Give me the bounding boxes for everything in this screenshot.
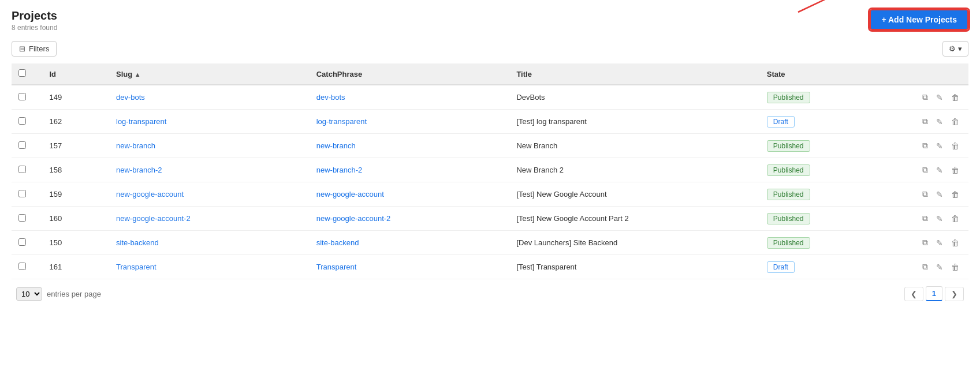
col-header-title: Title <box>509 63 759 85</box>
catchphrase-link[interactable]: new-branch-2 <box>316 166 363 174</box>
catchphrase-link[interactable]: site-backend <box>316 238 359 247</box>
row-checkbox[interactable] <box>18 263 26 270</box>
select-all-checkbox[interactable] <box>18 69 26 77</box>
copy-button[interactable]: ⧉ <box>920 212 930 224</box>
delete-button[interactable]: 🗑 <box>949 140 962 152</box>
edit-button[interactable]: ✎ <box>934 189 945 200</box>
delete-button[interactable]: 🗑 <box>949 213 962 224</box>
state-badge: Published <box>767 189 810 200</box>
table-footer: 10 25 50 entries per page ❮ 1 ❯ <box>12 279 968 301</box>
per-page-control: 10 25 50 entries per page <box>16 287 101 301</box>
copy-button[interactable]: ⧉ <box>920 237 930 249</box>
pagination: ❮ 1 ❯ <box>904 286 964 301</box>
settings-button[interactable]: ⚙ ▾ <box>942 41 968 57</box>
copy-button[interactable]: ⧉ <box>920 164 930 176</box>
slug-link[interactable]: new-branch-2 <box>116 166 162 174</box>
actions-cell: ⧉ ✎ 🗑 <box>892 237 962 249</box>
row-checkbox[interactable] <box>18 166 26 173</box>
filters-button[interactable]: ⊟ Filters <box>12 41 57 57</box>
row-actions: ⧉ ✎ 🗑 <box>885 110 968 134</box>
edit-button[interactable]: ✎ <box>934 213 945 224</box>
slug-link[interactable]: new-google-account <box>116 190 184 199</box>
catchphrase-link[interactable]: new-google-account <box>316 190 384 199</box>
state-badge: Published <box>767 140 810 152</box>
catchphrase-link[interactable]: dev-bots <box>316 93 345 102</box>
row-state: Draft <box>760 255 885 279</box>
row-slug: Transparent <box>109 255 310 279</box>
add-new-projects-button[interactable]: + Add New Projects <box>870 9 968 30</box>
catchphrase-link[interactable]: new-branch <box>316 141 356 150</box>
row-checkbox-cell <box>12 231 42 255</box>
row-checkbox[interactable] <box>18 190 26 197</box>
copy-button[interactable]: ⧉ <box>920 261 930 273</box>
row-title: New Branch <box>509 134 759 158</box>
delete-button[interactable]: 🗑 <box>949 237 962 249</box>
next-page-button[interactable]: ❯ <box>945 287 964 301</box>
slug-link[interactable]: log-transparent <box>116 117 166 126</box>
col-header-slug[interactable]: Slug ▲ <box>109 63 310 85</box>
table-body: 149 dev-bots dev-bots DevBots Published … <box>12 85 968 279</box>
row-title: [Test] log transparent <box>509 110 759 134</box>
row-slug: site-backend <box>109 231 310 255</box>
row-checkbox[interactable] <box>18 117 26 125</box>
delete-button[interactable]: 🗑 <box>949 92 962 103</box>
catchphrase-link[interactable]: log-transparent <box>316 117 367 126</box>
row-checkbox[interactable] <box>18 93 26 100</box>
copy-button[interactable]: ⧉ <box>920 91 930 103</box>
catchphrase-link[interactable]: Transparent <box>316 263 357 271</box>
copy-button[interactable]: ⧉ <box>920 140 930 152</box>
slug-link[interactable]: Transparent <box>116 263 156 271</box>
slug-link[interactable]: new-google-account-2 <box>116 214 191 223</box>
table-row: 161 Transparent Transparent [Test] Trans… <box>12 255 968 279</box>
row-checkbox[interactable] <box>18 214 26 222</box>
delete-button[interactable]: 🗑 <box>949 116 962 128</box>
row-catchphrase: dev-bots <box>310 85 510 110</box>
table-row: 157 new-branch new-branch New Branch Pub… <box>12 134 968 158</box>
actions-cell: ⧉ ✎ 🗑 <box>892 91 962 103</box>
edit-button[interactable]: ✎ <box>934 237 945 249</box>
row-checkbox-cell <box>12 207 42 231</box>
row-checkbox-cell <box>12 182 42 207</box>
state-badge: Published <box>767 237 810 249</box>
table-row: 158 new-branch-2 new-branch-2 New Branch… <box>12 158 968 182</box>
delete-button[interactable]: 🗑 <box>949 164 962 176</box>
state-badge: Draft <box>767 116 795 128</box>
row-checkbox[interactable] <box>18 141 26 149</box>
page-1-button[interactable]: 1 <box>926 286 942 301</box>
copy-button[interactable]: ⧉ <box>920 115 930 128</box>
row-title: [Test] Transparent <box>509 255 759 279</box>
prev-page-button[interactable]: ❮ <box>904 287 923 301</box>
row-state: Published <box>760 134 885 158</box>
slug-link[interactable]: dev-bots <box>116 93 145 102</box>
row-checkbox[interactable] <box>18 238 26 246</box>
state-badge: Published <box>767 164 810 176</box>
table-row: 150 site-backend site-backend [Dev Launc… <box>12 231 968 255</box>
row-state: Published <box>760 85 885 110</box>
edit-button[interactable]: ✎ <box>934 164 945 176</box>
table-row: 159 new-google-account new-google-accoun… <box>12 182 968 207</box>
row-state: Published <box>760 158 885 182</box>
edit-button[interactable]: ✎ <box>934 116 945 128</box>
copy-button[interactable]: ⧉ <box>920 188 930 200</box>
slug-link[interactable]: site-backend <box>116 238 159 247</box>
row-title: [Dev Launchers] Site Backend <box>509 231 759 255</box>
edit-button[interactable]: ✎ <box>934 140 945 152</box>
row-id: 162 <box>42 110 109 134</box>
delete-button[interactable]: 🗑 <box>949 189 962 200</box>
per-page-label: entries per page <box>47 290 101 298</box>
row-checkbox-cell <box>12 255 42 279</box>
row-catchphrase: new-google-account <box>310 182 510 207</box>
slug-link[interactable]: new-branch <box>116 141 155 150</box>
edit-button[interactable]: ✎ <box>934 92 945 103</box>
row-slug: new-google-account-2 <box>109 207 310 231</box>
table-row: 160 new-google-account-2 new-google-acco… <box>12 207 968 231</box>
per-page-select[interactable]: 10 25 50 <box>16 287 42 301</box>
row-checkbox-cell <box>12 158 42 182</box>
delete-button[interactable]: 🗑 <box>949 261 962 273</box>
row-catchphrase: site-backend <box>310 231 510 255</box>
row-state: Published <box>760 207 885 231</box>
edit-button[interactable]: ✎ <box>934 261 945 273</box>
catchphrase-link[interactable]: new-google-account-2 <box>316 214 391 223</box>
page-header: Projects 8 entries found + Add New Proje… <box>12 9 968 32</box>
row-actions: ⧉ ✎ 🗑 <box>885 85 968 110</box>
